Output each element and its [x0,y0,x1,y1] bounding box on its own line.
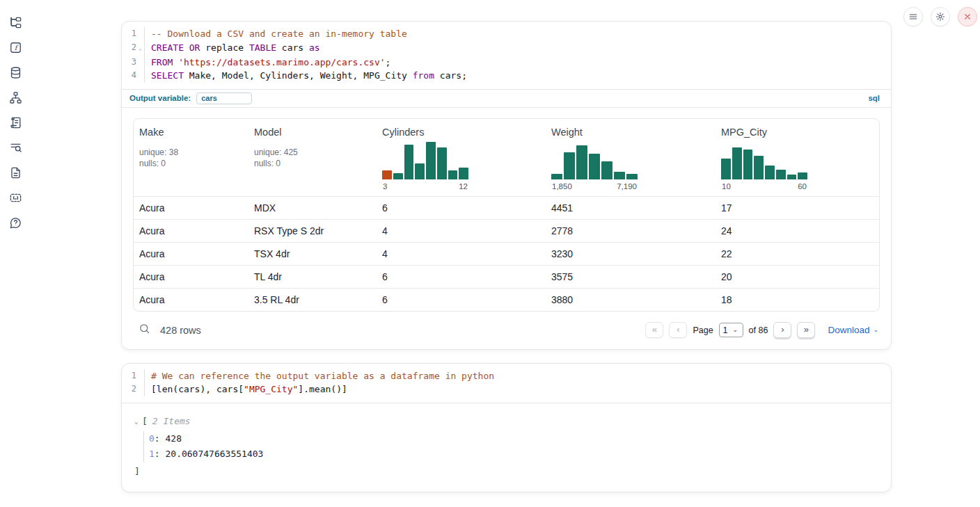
table-cell: 17 [716,202,879,214]
variables-icon[interactable]: f [8,40,22,54]
code-line: 2⌄CREATE OR replace TABLE cars as [122,41,891,56]
code-text: SELECT Make, Model, Cylinders, Weight, M… [145,69,467,83]
table-cell: 20 [716,271,879,282]
line-number: 3 [122,56,136,70]
histogram-bar[interactable] [382,170,392,179]
column-name: Make [139,127,243,138]
documentation-icon[interactable] [8,166,22,179]
line-number: 2 [122,383,136,396]
code-text: FROM 'https://datasets.marimo.app/cars.c… [145,56,390,70]
settings-button[interactable] [931,7,950,26]
histogram-bar[interactable] [776,170,786,179]
close-bracket: ] [134,465,880,478]
table-cell: Acura [134,202,248,214]
table-row[interactable]: AcuraRSX Type S 2dr4277824 [134,219,879,242]
file-explorer-icon[interactable] [8,15,22,29]
code-line: 3FROM 'https://datasets.marimo.app/cars.… [122,56,891,70]
column-name: Model [254,127,371,138]
histogram-bar[interactable] [437,147,447,179]
column-header[interactable]: Weight1,8507,190 [546,119,716,196]
shutdown-button[interactable] [958,7,977,26]
scratchpad-icon[interactable] [8,115,22,129]
table-row[interactable]: Acura3.5 RL 4dr6388018 [134,288,879,311]
datasources-icon[interactable] [8,65,22,79]
code-line: 1-- Download a CSV and create an in-memo… [122,27,891,41]
language-badge[interactable]: sql [868,94,880,102]
tree-item: 0: 428 [149,431,880,447]
histogram-bar[interactable] [551,174,562,179]
histogram-bar[interactable] [448,170,458,179]
snippets-icon[interactable] [8,191,22,204]
histogram-bar[interactable] [426,142,436,179]
output-variable-label: Output variable: [129,94,191,102]
pagination: « ‹ Page 1 ⌄ of 86 › » Download ⌄ [645,322,878,338]
output-variable-input[interactable] [196,92,252,104]
menu-button[interactable] [903,7,923,26]
histogram-bar[interactable] [601,161,612,179]
histogram-bar[interactable] [576,145,587,179]
histogram-bar[interactable] [732,147,742,179]
chevron-down-icon: ⌄ [733,327,738,333]
next-page-button[interactable]: › [773,322,791,338]
fold-chevron-icon[interactable]: ⌄ [136,41,145,56]
column-stats: unique: 38nulls: 0 [139,147,243,170]
tree-item: 1: 20.060747663551403 [149,446,880,462]
fold-gutter [136,27,145,41]
histogram-bar[interactable] [589,154,600,179]
fold-gutter [136,383,145,396]
code-line: 1# We can reference the output variable … [122,369,891,383]
histogram-bar[interactable] [564,152,575,179]
fold-gutter [136,56,145,70]
search-icon[interactable] [139,323,150,337]
histogram-bar[interactable] [415,163,425,179]
histogram-bar[interactable] [798,172,807,179]
table-cell: 3.5 RL 4dr [248,294,377,305]
histogram-bar[interactable] [626,174,638,179]
histogram-bar[interactable] [721,159,731,179]
column-name: MPG_City [721,127,874,138]
column-histogram: 1,8507,190 [551,140,638,191]
column-header[interactable]: MPG_City1060 [716,119,879,196]
dependency-graph-icon[interactable] [8,90,22,104]
column-header[interactable]: Cylinders312 [377,119,546,196]
tree-items: 0: 4281: 20.060747663551403 [143,431,880,462]
page-label: Page [693,325,713,335]
histogram-bar[interactable] [404,145,414,179]
fold-gutter [136,69,145,83]
column-stats: unique: 425nulls: 0 [254,147,371,170]
collapse-chevron-icon[interactable]: ⌄ [134,415,142,428]
histogram-bar[interactable] [393,173,403,179]
download-button[interactable]: Download ⌄ [828,325,878,335]
table-row[interactable]: AcuraMDX6445117 [134,196,879,219]
column-header[interactable]: Makeunique: 38nulls: 0 [134,119,248,196]
svg-text:f: f [14,44,19,51]
page-select[interactable]: 1 ⌄ [719,323,743,337]
python-code-editor[interactable]: 1# We can reference the output variable … [122,364,891,403]
table-cell: RSX Type S 2dr [248,225,377,236]
first-page-button[interactable]: « [645,322,663,338]
table-row[interactable]: AcuraTSX 4dr4323022 [134,242,879,265]
histogram-bar[interactable] [765,166,775,179]
help-icon[interactable] [8,216,22,230]
table-row[interactable]: AcuraTL 4dr6357520 [134,265,879,288]
prev-page-button[interactable]: ‹ [669,322,687,338]
table-cell: 6 [377,271,546,282]
histogram-axis-labels: 1060 [721,182,807,191]
column-header[interactable]: Modelunique: 425nulls: 0 [248,119,377,196]
histogram-bar[interactable] [743,150,753,179]
histogram-bar[interactable] [614,172,625,179]
histogram-bar[interactable] [459,168,468,179]
sql-cell: 1-- Download a CSV and create an in-memo… [121,21,892,350]
table-header-row: Makeunique: 38nulls: 0Modelunique: 425nu… [134,119,879,196]
python-cell: 1# We can reference the output variable … [121,363,892,492]
table-cell: Acura [134,294,248,305]
table-body: AcuraMDX6445117AcuraRSX Type S 2dr427782… [134,196,879,311]
sql-code-editor[interactable]: 1-- Download a CSV and create an in-memo… [122,22,891,89]
histogram-bar[interactable] [787,175,797,179]
logs-icon[interactable] [8,140,22,154]
items-count-label: 2 Items [152,415,191,428]
last-page-button[interactable]: » [797,322,815,338]
histogram-bar[interactable] [754,156,764,179]
line-number: 1 [122,27,136,41]
table-cell: MDX [248,202,377,214]
